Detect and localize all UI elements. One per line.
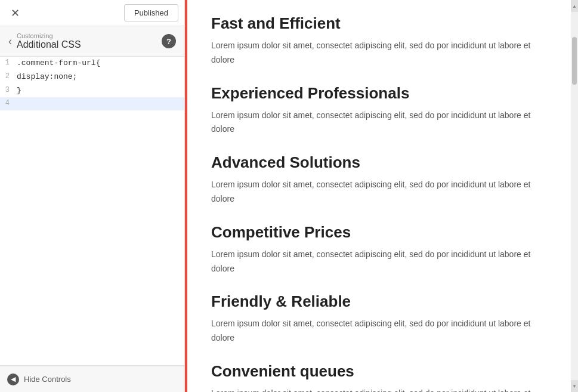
right-scrollbar[interactable]: ▲ ▼ xyxy=(571,0,578,392)
bottom-bar[interactable]: ◀ Hide Controls xyxy=(0,366,184,392)
preview-panel: Fast and EfficientLorem ipsum dolor sit … xyxy=(185,0,578,392)
feature-title: Competitive Prices xyxy=(211,223,554,242)
feature-title: Friendly & Reliable xyxy=(211,292,554,311)
left-panel: ✕ Published ‹ Customizing Additional CSS… xyxy=(0,0,185,392)
scroll-down-button[interactable]: ▼ xyxy=(571,380,578,392)
top-bar: ✕ Published xyxy=(0,0,184,26)
feature-desc: Lorem ipsum dolor sit amet, consectet ad… xyxy=(211,109,554,137)
feature-item: Competitive PricesLorem ipsum dolor sit … xyxy=(211,223,554,276)
line-number: 4 xyxy=(0,97,14,110)
customizing-header: ‹ Customizing Additional CSS ? xyxy=(0,26,184,57)
code-line: 2display:none; xyxy=(0,70,184,84)
line-number: 3 xyxy=(0,84,14,98)
section-title: Additional CSS xyxy=(17,39,81,50)
scroll-up-button[interactable]: ▲ xyxy=(571,0,578,12)
customizing-label: Customizing xyxy=(17,32,162,39)
feature-title: Fast and Efficient xyxy=(211,14,554,33)
feature-desc: Lorem ipsum dolor sit amet, consectet ad… xyxy=(211,178,554,206)
code-table: 1.comment-form-url{2display:none;3}4 xyxy=(0,57,184,110)
feature-title: Convenient queues xyxy=(211,362,554,381)
code-line: 4 xyxy=(0,97,184,110)
feature-desc: Lorem ipsum dolor sit amet, consectet ad… xyxy=(211,248,554,276)
feature-title: Experienced Professionals xyxy=(211,84,554,103)
features-list: Fast and EfficientLorem ipsum dolor sit … xyxy=(211,14,554,392)
line-number: 2 xyxy=(0,70,14,84)
feature-item: Fast and EfficientLorem ipsum dolor sit … xyxy=(211,14,554,67)
line-code: display:none; xyxy=(14,70,184,84)
scrollbar-thumb[interactable] xyxy=(572,37,577,85)
feature-desc: Lorem ipsum dolor sit amet, consectet ad… xyxy=(211,317,554,345)
line-code: } xyxy=(14,84,184,98)
hide-controls-icon: ◀ xyxy=(7,374,19,385)
feature-item: Experienced ProfessionalsLorem ipsum dol… xyxy=(211,84,554,137)
hide-controls-label: Hide Controls xyxy=(24,375,71,384)
feature-item: Friendly & ReliableLorem ipsum dolor sit… xyxy=(211,292,554,345)
code-line: 3} xyxy=(0,84,184,98)
feature-title: Advanced Solutions xyxy=(211,153,554,172)
code-lines: 1.comment-form-url{2display:none;3}4 xyxy=(0,57,184,110)
hide-controls-button[interactable]: ◀ Hide Controls xyxy=(7,374,71,385)
customizing-header-text: Customizing Additional CSS xyxy=(17,32,162,50)
close-button[interactable]: ✕ xyxy=(6,5,24,21)
line-number: 1 xyxy=(0,57,14,70)
feature-desc: Lorem ipsum dolor sit amet, consectet ad… xyxy=(211,387,554,392)
back-button[interactable]: ‹ xyxy=(8,35,12,48)
code-line: 1.comment-form-url{ xyxy=(0,57,184,70)
code-editor[interactable]: 1.comment-form-url{2display:none;3}4 xyxy=(0,57,184,366)
published-button[interactable]: Published xyxy=(124,4,178,21)
feature-item: Advanced SolutionsLorem ipsum dolor sit … xyxy=(211,153,554,206)
line-code xyxy=(14,97,184,110)
feature-item: Convenient queuesLorem ipsum dolor sit a… xyxy=(211,362,554,392)
help-button[interactable]: ? xyxy=(162,34,176,48)
right-area: Fast and EfficientLorem ipsum dolor sit … xyxy=(185,0,578,392)
feature-desc: Lorem ipsum dolor sit amet, consectet ad… xyxy=(211,39,554,67)
line-code: .comment-form-url{ xyxy=(14,57,184,70)
